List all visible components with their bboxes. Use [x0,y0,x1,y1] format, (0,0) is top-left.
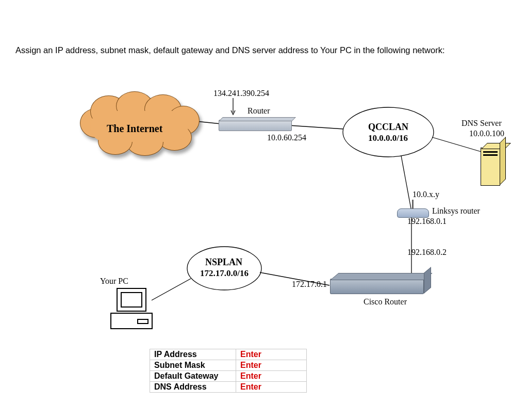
cisco-label: Cisco Router [364,297,407,306]
svg-line-2 [289,125,343,129]
table-row: IP Address Enter [150,349,307,360]
config-table: IP Address Enter Subnet Mask Enter Defau… [150,349,307,393]
internet-label: The Internet [107,123,162,135]
svg-line-5 [401,156,411,208]
cfg-value[interactable]: Enter [236,382,307,393]
cfg-value[interactable]: Enter [236,371,307,382]
dns-server-icon [481,148,500,186]
dns-server-label: DNS Server [461,119,502,128]
nsplan-cidr: 172.17.0.0/16 [200,268,249,279]
router-icon [219,120,292,131]
cisco-ip-wan: 192.168.0.2 [407,248,447,257]
your-pc-label: Your PC [100,277,128,286]
cfg-label: IP Address [150,349,236,360]
qcclan-cidr: 10.0.0.0/16 [368,133,408,143]
linksys-ip-wan: 10.0.x.y [412,190,439,199]
table-row: Default Gateway Enter [150,371,307,382]
cisco-ip-lan: 172.17.0.1 [292,280,327,289]
pc-icon [110,288,152,332]
linksys-ip-lan: 192.168.0.1 [407,217,447,226]
nsplan-name: NSPLAN [205,257,242,268]
svg-line-1 [196,121,221,124]
cfg-label: Subnet Mask [150,360,236,371]
cfg-value[interactable]: Enter [236,360,307,371]
router-label: Router [248,106,270,116]
router-ip-internal: 10.0.60.254 [267,133,306,142]
svg-line-9 [152,279,191,300]
instruction-text: Assign an IP address, subnet mask, defau… [15,45,518,55]
svg-line-4 [432,137,481,152]
table-row: Subnet Mask Enter [150,360,307,371]
cisco-router-icon [330,279,424,294]
linksys-label: Linksys router [432,206,480,216]
router-ip-external: 134.241.390.254 [213,89,269,98]
dns-server-ip: 10.0.0.100 [469,129,504,138]
qcclan-name: QCCLAN [368,122,408,133]
table-row: DNS Address Enter [150,382,307,393]
cfg-label: DNS Address [150,382,236,393]
cfg-label: Default Gateway [150,371,236,382]
cfg-value[interactable]: Enter [236,349,307,360]
